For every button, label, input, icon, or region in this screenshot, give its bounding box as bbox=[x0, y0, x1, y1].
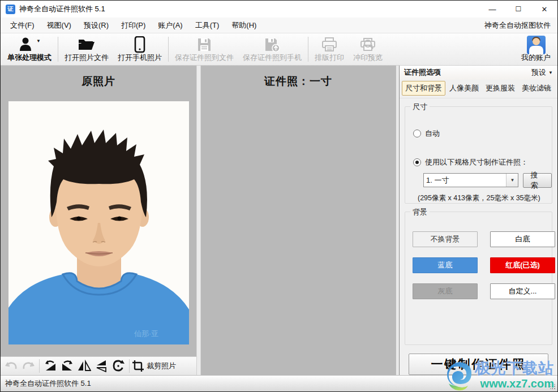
app-icon: 证 bbox=[6, 5, 15, 14]
make-id-photo-button[interactable]: 一键制作证件照 bbox=[409, 354, 548, 375]
size-auto-label: 自动 bbox=[425, 128, 440, 139]
smartphone-icon bbox=[134, 36, 146, 53]
account-avatar-icon bbox=[527, 36, 546, 53]
menu-print[interactable]: 打印(P) bbox=[115, 18, 152, 33]
main-toolbar: ▼ 单张处理模式 打开照片文件 打开手机照片 保存证件照到文件 bbox=[1, 33, 557, 66]
svg-text:仙那·亚: 仙那·亚 bbox=[134, 329, 158, 338]
save-icon bbox=[196, 36, 212, 53]
tab-size-background[interactable]: 尺寸和背景 bbox=[402, 81, 445, 96]
chevron-down-icon: ▼ bbox=[548, 70, 553, 75]
size-auto-option[interactable]: 自动 bbox=[413, 128, 552, 139]
bg-blue-button[interactable]: 蓝底 bbox=[413, 257, 478, 273]
menubar: 文件(F) 视图(V) 预设(R) 打印(P) 账户(A) 工具(T) 帮助(H… bbox=[1, 18, 557, 33]
print-preview-label: 冲印预览 bbox=[353, 53, 383, 62]
result-photo-panel: 证件照：一寸 bbox=[201, 66, 396, 375]
crop-photo-label: 裁剪照片 bbox=[147, 361, 176, 371]
panel-divider bbox=[196, 66, 201, 375]
options-panel: 证件照选项 预设 ▼ 尺寸和背景 人像美颜 更换服装 美妆滤镜 尺寸 自动 bbox=[399, 66, 557, 375]
menu-preset[interactable]: 预设(R) bbox=[78, 18, 115, 33]
flip-vertical-icon[interactable] bbox=[93, 358, 110, 374]
open-photo-file-label: 打开照片文件 bbox=[65, 53, 109, 62]
size-select-value: 1. 一寸 bbox=[424, 174, 507, 187]
dimensions-note: (295像素 x 413像素，25毫米 x 35毫米) bbox=[418, 193, 552, 203]
rotate-left-icon[interactable] bbox=[42, 358, 59, 374]
rotate-right-icon[interactable] bbox=[59, 358, 76, 374]
radio-checked-icon[interactable] bbox=[413, 158, 421, 166]
layout-print-button: 排版打印 bbox=[310, 35, 349, 64]
result-photo-title: 证件照：一寸 bbox=[201, 66, 396, 89]
resize-grip[interactable] bbox=[550, 384, 556, 390]
printer-icon bbox=[321, 36, 338, 53]
menu-help[interactable]: 帮助(H) bbox=[225, 18, 263, 33]
window-title: 神奇全自动证件照软件 5.1 bbox=[19, 4, 105, 14]
toolbar-separator bbox=[129, 359, 130, 373]
menu-tools[interactable]: 工具(T) bbox=[189, 18, 226, 33]
crop-icon bbox=[132, 360, 144, 372]
menu-file[interactable]: 文件(F) bbox=[4, 18, 41, 33]
size-group: 尺寸 自动 使用以下规格尺寸制作证件照： 1. 一寸 ▼ 搜索 (295像素 x bbox=[405, 106, 552, 204]
size-select[interactable]: 1. 一寸 ▼ bbox=[423, 173, 518, 187]
chevron-down-icon: ▼ bbox=[36, 38, 41, 44]
menu-view[interactable]: 视图(V) bbox=[41, 18, 78, 33]
tab-clothes[interactable]: 更换服装 bbox=[483, 81, 518, 95]
menu-account[interactable]: 账户(A) bbox=[152, 18, 188, 33]
open-photo-file-button[interactable]: 打开照片文件 bbox=[60, 35, 113, 64]
original-photo-title: 原照片 bbox=[1, 66, 196, 89]
options-tabs: 尺寸和背景 人像美颜 更换服装 美妆滤镜 bbox=[400, 80, 557, 98]
folder-icon bbox=[78, 36, 96, 53]
original-photo-panel: 原照片 bbox=[1, 66, 196, 375]
tab-makeup-filter[interactable]: 美妆滤镜 bbox=[519, 81, 554, 95]
preset-dropdown[interactable]: 预设 ▼ bbox=[531, 67, 553, 77]
bg-custom-button[interactable]: 自定义... bbox=[490, 283, 555, 299]
bg-gray-button[interactable]: 灰底 bbox=[413, 283, 478, 299]
person-icon: ▼ bbox=[18, 36, 41, 53]
statusbar: 神奇全自动证件照软件 5.1 bbox=[1, 375, 557, 391]
bg-red-selected-button[interactable]: 红底(已选) bbox=[490, 257, 555, 273]
single-mode-label: 单张处理模式 bbox=[7, 53, 51, 62]
chevron-down-icon[interactable]: ▼ bbox=[507, 174, 518, 187]
search-button[interactable]: 搜索 bbox=[523, 173, 552, 188]
save-to-file-button: 保存证件照到文件 bbox=[170, 35, 238, 64]
flip-horizontal-icon[interactable] bbox=[76, 358, 93, 374]
tab-beauty[interactable]: 人像美颜 bbox=[447, 81, 482, 95]
close-button[interactable]: ✕ bbox=[531, 1, 557, 18]
options-header: 证件照选项 预设 ▼ bbox=[400, 66, 557, 80]
size-spec-option[interactable]: 使用以下规格尺寸制作证件照： bbox=[413, 157, 552, 167]
save-to-file-label: 保存证件照到文件 bbox=[175, 53, 234, 62]
status-text: 神奇全自动证件照软件 5.1 bbox=[5, 378, 91, 389]
main-content: 原照片 bbox=[1, 66, 557, 375]
bg-white-button[interactable]: 白底 bbox=[490, 231, 555, 247]
open-phone-photo-button[interactable]: 打开手机照片 bbox=[113, 35, 166, 64]
size-spec-label: 使用以下规格尺寸制作证件照： bbox=[425, 157, 528, 167]
layout-print-label: 排版打印 bbox=[315, 53, 344, 62]
save-upload-icon bbox=[264, 36, 281, 53]
rotate-180-icon[interactable] bbox=[110, 358, 127, 374]
maximize-button[interactable]: ☐ bbox=[505, 1, 531, 18]
menu-cutout-app-link[interactable]: 神奇全自动抠图软件 bbox=[484, 20, 554, 31]
my-account-button[interactable]: 我的账户 bbox=[517, 35, 555, 64]
save-to-phone-button: 保存证件照到手机 bbox=[238, 35, 306, 64]
my-account-label: 我的账户 bbox=[521, 53, 551, 62]
background-group-legend: 背景 bbox=[410, 207, 430, 217]
bg-no-change-button[interactable]: 不换背景 bbox=[413, 231, 478, 247]
size-group-legend: 尺寸 bbox=[410, 102, 430, 112]
minimize-button[interactable]: — bbox=[479, 1, 505, 18]
toolbar-separator bbox=[308, 37, 308, 62]
print-preview-icon bbox=[359, 36, 377, 53]
undo-icon bbox=[3, 358, 20, 374]
preset-label: 预设 bbox=[531, 67, 546, 77]
app-window: 证 神奇全自动证件照软件 5.1 — ☐ ✕ 文件(F) 视图(V) 预设(R)… bbox=[0, 0, 558, 392]
options-title: 证件照选项 bbox=[404, 67, 441, 77]
background-group: 背景 不换背景 白底 蓝底 红底(已选) 灰底 自定义... bbox=[405, 212, 552, 346]
crop-photo-button[interactable]: 裁剪照片 bbox=[132, 358, 176, 374]
open-phone-photo-label: 打开手机照片 bbox=[118, 53, 162, 62]
single-mode-button[interactable]: ▼ 单张处理模式 bbox=[3, 35, 56, 64]
radio-unchecked-icon[interactable] bbox=[413, 130, 421, 137]
print-preview-button: 冲印预览 bbox=[349, 35, 387, 64]
titlebar: 证 神奇全自动证件照软件 5.1 — ☐ ✕ bbox=[1, 1, 557, 18]
toolbar-separator bbox=[39, 359, 40, 373]
photo-edit-toolbar: 裁剪照片 bbox=[1, 356, 197, 375]
original-photo[interactable]: 仙那·亚 bbox=[8, 101, 189, 344]
toolbar-separator bbox=[168, 37, 169, 62]
save-to-phone-label: 保存证件照到手机 bbox=[243, 53, 302, 62]
